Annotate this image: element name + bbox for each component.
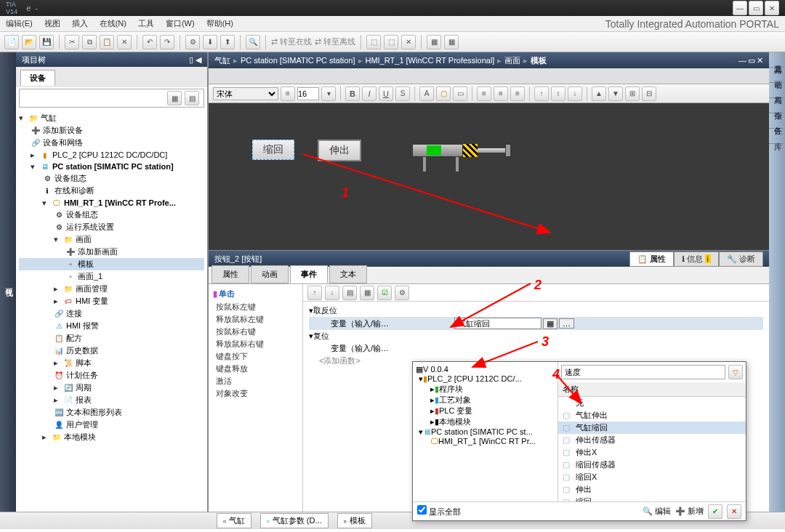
minimize-button[interactable]: —: [733, 1, 747, 15]
func-invert-bit[interactable]: 取反位: [313, 305, 437, 316]
popup-tag-list[interactable]: 无 ▢气缸伸出 ▢气缸缩回 ▢伸出传感器 ▢伸出X ▢缩回传感器 ▢缩回X ▢伸…: [558, 397, 746, 501]
font-select[interactable]: 宋体: [213, 87, 278, 100]
bc-2[interactable]: PC station [SIMATIC PC station]: [241, 56, 355, 65]
undo-icon[interactable]: ↶: [142, 35, 157, 49]
popup-col-name[interactable]: 名称: [558, 382, 746, 397]
func-t4-icon[interactable]: ⚙: [395, 286, 409, 300]
tool-c-icon[interactable]: ✕: [401, 35, 416, 49]
rtab-anim[interactable]: 动画: [769, 68, 785, 83]
bordercolor-icon[interactable]: ▭: [453, 86, 467, 101]
event-press-left[interactable]: 按鼠标左键: [213, 301, 298, 313]
delete-icon[interactable]: ✕: [117, 35, 132, 49]
tree-collapse-icon[interactable]: ▯: [189, 55, 193, 64]
editor-min-icon[interactable]: —: [738, 56, 746, 65]
event-click[interactable]: ▮单击: [213, 289, 298, 299]
search-icon[interactable]: 🔍: [246, 35, 260, 49]
valign-m-icon[interactable]: ↕: [551, 86, 565, 101]
rtab-cmds[interactable]: 指令: [769, 98, 785, 113]
add-function[interactable]: <添加函数>: [319, 355, 361, 366]
close-button[interactable]: ✕: [765, 1, 779, 15]
event-key-down[interactable]: 键盘按下: [213, 350, 298, 363]
strike-icon[interactable]: S: [395, 86, 410, 101]
menu-insert[interactable]: 插入: [72, 18, 88, 29]
rtab-layout[interactable]: 布局: [769, 83, 785, 98]
popup-tree[interactable]: ▦V 0.0.4 ▾▮PLC_2 [CPU 1212C DC/... ▸▮程序块…: [413, 362, 558, 501]
status-tab-1[interactable]: ▫气缸: [217, 513, 251, 528]
func-down-icon[interactable]: ↓: [325, 286, 339, 300]
editor-max-icon[interactable]: ▭: [748, 56, 755, 65]
menu-window[interactable]: 窗口(W): [166, 18, 195, 29]
popup-new-button[interactable]: ➕ 新增: [675, 506, 704, 517]
bold-icon[interactable]: B: [345, 86, 360, 101]
save-icon[interactable]: 💾: [39, 35, 54, 49]
order-back-icon[interactable]: ▼: [608, 86, 623, 101]
status-tab-2[interactable]: ▫气缸参数 (D...: [260, 513, 329, 528]
maximize-button[interactable]: ▭: [749, 1, 763, 15]
fillcolor-icon[interactable]: ▢: [436, 86, 451, 101]
tool-b-icon[interactable]: ⬚: [384, 35, 398, 49]
tag-retract[interactable]: ▢气缸缩回: [558, 422, 746, 434]
func-reset[interactable]: 复位: [313, 331, 437, 342]
hmi-cylinder-graphic[interactable]: [412, 138, 514, 174]
event-release-left[interactable]: 释放鼠标左键: [213, 313, 298, 326]
hmi-button-extend[interactable]: 伸出: [318, 140, 361, 161]
func-t1-icon[interactable]: ▤: [342, 286, 357, 300]
menu-view[interactable]: 视图: [44, 18, 60, 29]
side-tab-diag[interactable]: 🔧诊断: [719, 251, 763, 267]
tab-animations[interactable]: 动画: [251, 265, 289, 283]
func-t3-icon[interactable]: ☑: [377, 286, 392, 300]
menu-online[interactable]: 在线(N): [100, 18, 126, 29]
func-var-input[interactable]: [454, 318, 542, 329]
event-activate[interactable]: 激活: [213, 375, 298, 387]
show-all-checkbox[interactable]: 显示全部: [417, 505, 461, 517]
compile-icon[interactable]: ⚙: [185, 35, 200, 49]
status-tab-3[interactable]: ▫模板: [337, 513, 372, 528]
tag-ret2[interactable]: ▢缩回: [558, 496, 746, 501]
valign-b-icon[interactable]: ↓: [568, 86, 582, 101]
tag-ext2[interactable]: ▢伸出: [558, 483, 746, 496]
function-tree[interactable]: ▾取反位 变量（输入/输… ▦ … ▾复位 变量（输入/输… <添加函数>: [303, 302, 769, 512]
popup-edit-button[interactable]: 🔍 编辑: [643, 506, 671, 517]
tag-none[interactable]: 无: [558, 397, 746, 409]
align-c-icon[interactable]: ≡: [494, 86, 508, 101]
upload-icon[interactable]: ⬆: [220, 35, 235, 49]
event-key-up[interactable]: 键盘释放: [213, 363, 298, 375]
tool-d-icon[interactable]: ▦: [427, 35, 441, 49]
bc-4[interactable]: 画面: [504, 55, 520, 66]
editor-close-icon[interactable]: ✕: [757, 56, 763, 65]
new-icon[interactable]: 📄: [4, 35, 19, 49]
underline-icon[interactable]: U: [379, 86, 393, 101]
tree-body[interactable]: ▾📁气缸 ➕添加新设备 🔗设备和网络 ▸▮PLC_2 [CPU 1212C DC…: [16, 109, 207, 512]
hmi-button-retract[interactable]: 缩回: [252, 140, 294, 160]
font-list-icon[interactable]: ≡: [281, 86, 295, 101]
tag-ret-sensor[interactable]: ▢缩回传感器: [558, 459, 746, 471]
rtab-tasks[interactable]: 任务: [769, 113, 785, 129]
tree-tool2-icon[interactable]: ▤: [185, 91, 199, 105]
redo-icon[interactable]: ↷: [160, 35, 174, 49]
valign-t-icon[interactable]: ↑: [534, 86, 549, 101]
group-icon[interactable]: ⊞: [625, 86, 640, 101]
font-size-input[interactable]: [297, 87, 319, 100]
bc-3[interactable]: HMI_RT_1 [WinCC RT Professional]: [366, 56, 495, 65]
tool-a-icon[interactable]: ⬚: [366, 35, 381, 49]
popup-cancel-icon[interactable]: ✕: [727, 504, 741, 519]
tool-e-icon[interactable]: ▦: [444, 35, 459, 49]
align-l-icon[interactable]: ≡: [477, 86, 491, 101]
bc-1[interactable]: 气缸: [214, 55, 230, 66]
tag-extend[interactable]: ▢气缸伸出: [558, 409, 746, 422]
hmi-canvas[interactable]: 缩回 伸出: [209, 103, 769, 250]
devices-tab[interactable]: 设备: [20, 70, 55, 86]
event-obj-change[interactable]: 对象改变: [213, 387, 298, 400]
func-var-browse[interactable]: …: [559, 318, 574, 329]
popup-filter-input[interactable]: [561, 365, 725, 379]
ungroup-icon[interactable]: ⊟: [642, 86, 656, 101]
popup-ok-icon[interactable]: ✔: [708, 504, 722, 519]
rtab-toolbox[interactable]: 工具箱: [769, 52, 785, 68]
func-var-dropdown[interactable]: ▦: [543, 318, 557, 329]
tag-extx[interactable]: ▢伸出X: [558, 446, 746, 459]
size-drop-icon[interactable]: ▾: [321, 86, 336, 101]
open-icon[interactable]: 📂: [22, 35, 36, 49]
event-press-right[interactable]: 按鼠标右键: [213, 326, 298, 338]
order-front-icon[interactable]: ▲: [592, 86, 606, 101]
rtab-lib[interactable]: 库: [769, 129, 785, 144]
